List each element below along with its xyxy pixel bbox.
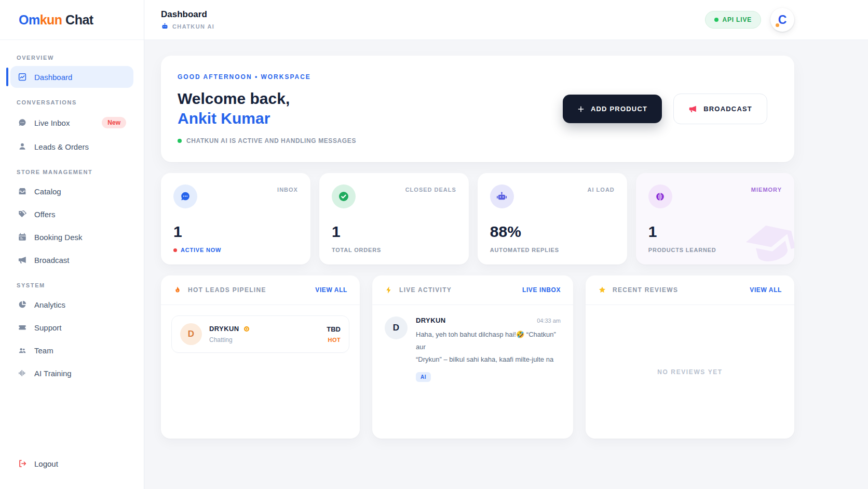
ai-active-status: CHATKUN AI IS ACTIVE AND HANDLING MESSAG…	[186, 137, 356, 144]
stat-card-closed-deals: CLOSED DEALS 1 TOTAL ORDERS	[319, 173, 469, 265]
sidebar-item-catalog[interactable]: Catalog	[10, 180, 133, 202]
tag-icon	[18, 209, 27, 219]
bot-icon	[161, 22, 169, 30]
stat-label: MIEMORY	[751, 187, 782, 193]
top-header: Dashboard CHATKUN AI API LIVE C	[144, 0, 868, 40]
sidebar-item-analytics[interactable]: Analytics	[10, 294, 133, 315]
sidebar-item-label: Team	[34, 346, 53, 355]
line-chart-icon	[18, 72, 27, 82]
sidebar-item-broadcast[interactable]: Broadcast	[10, 249, 133, 271]
message-avatar: D	[385, 316, 408, 339]
pie-chart-icon	[18, 300, 27, 309]
workspace-subtitle: CHATKUN AI	[172, 23, 214, 30]
page-title: Dashboard	[161, 9, 214, 20]
avatar[interactable]: C	[770, 8, 794, 32]
graduation-cap-icon	[737, 210, 794, 265]
page-heading: Dashboard CHATKUN AI	[161, 9, 214, 30]
stat-caption: ACTIVE NOW	[181, 247, 221, 253]
sidebar-item-label: Leads & Orders	[34, 142, 89, 151]
sidebar-item-support[interactable]: Support	[10, 316, 133, 338]
sidebar-item-label: Live Inbox	[34, 118, 70, 127]
active-dot	[173, 248, 177, 252]
waveform-icon	[18, 368, 27, 378]
chat-bubble-icon	[173, 184, 197, 208]
check-circle-icon	[332, 184, 356, 208]
view-all-link[interactable]: VIEW ALL	[750, 286, 782, 294]
welcome-text: GOOD AFTERNOON • WORKSPACE Welcome back,…	[178, 73, 356, 144]
add-product-button[interactable]: ADD PRODUCT	[563, 95, 662, 123]
star-icon	[598, 286, 606, 294]
sidebar-item-label: Offers	[34, 210, 56, 219]
sidebar-item-team[interactable]: Team	[10, 339, 133, 361]
welcome-actions: ADD PRODUCT BROADCAST	[563, 94, 767, 124]
stat-value: 1	[173, 223, 298, 241]
panel-title: HOT LEADS PIPELINE	[188, 286, 266, 294]
section-label-store-management: STORE MANAGEMENT	[17, 169, 127, 175]
coin-icon	[243, 326, 250, 332]
main-area: Dashboard CHATKUN AI API LIVE C GOOD AFT…	[144, 0, 868, 489]
stat-card-memory: MIEMORY 1 PRODUCTS LEARNED	[636, 173, 794, 265]
stat-caption: PRODUCTS LEARNED	[648, 247, 716, 253]
stat-value: 1	[332, 223, 456, 241]
sidebar-item-label: Analytics	[34, 300, 65, 309]
lead-name: DRYKUN	[209, 325, 239, 333]
sidebar-item-label: Broadcast	[34, 256, 70, 265]
section-label-system: SYSTEM	[17, 282, 127, 288]
brand-logo: Omkun Chat	[0, 0, 144, 40]
dashboard-content: GOOD AFTERNOON • WORKSPACE Welcome back,…	[144, 40, 868, 439]
status-dot	[714, 18, 718, 22]
hot-leads-panel: HOT LEADS PIPELINE VIEW ALL D DRYKUN	[161, 275, 360, 439]
sidebar-item-ai-training[interactable]: AI Training	[10, 362, 133, 384]
brain-icon	[648, 184, 672, 208]
logout-icon	[18, 459, 27, 468]
stat-card-ai-load: AI LOAD 88% AUTOMATED REPLIES	[478, 173, 627, 265]
sidebar-item-live-inbox[interactable]: Live Inbox New	[10, 111, 133, 135]
section-label-conversations: CONVERSATIONS	[17, 99, 127, 105]
sidebar-item-booking-desk[interactable]: Booking Desk	[10, 226, 133, 248]
message-time: 04:33 am	[537, 318, 561, 324]
live-inbox-link[interactable]: LIVE INBOX	[522, 286, 561, 294]
new-badge: New	[102, 117, 126, 128]
api-live-badge: API LIVE	[705, 11, 761, 29]
sidebar-nav: OVERVIEW Dashboard CONVERSATIONS Live In…	[0, 40, 144, 489]
empty-state-text: NO REVIEWS YET	[657, 368, 723, 376]
api-live-label: API LIVE	[723, 16, 752, 23]
stat-card-inbox: INBOX 1 ACTIVE NOW	[161, 173, 310, 265]
calendar-icon	[18, 232, 27, 242]
activity-message-row[interactable]: D DRYKUN 04:33 am Haha, yeh toh bahut di…	[372, 305, 573, 393]
lead-avatar: D	[180, 323, 202, 345]
lightning-bolt-icon	[385, 286, 393, 294]
welcome-greeting: Welcome back,	[178, 89, 356, 109]
logout-button[interactable]: Logout	[10, 453, 133, 474]
sidebar-item-dashboard[interactable]: Dashboard	[10, 66, 133, 88]
megaphone-icon	[18, 255, 27, 265]
lead-status: Chatting	[209, 336, 250, 343]
robot-icon	[490, 184, 514, 208]
plus-icon	[577, 105, 585, 113]
recent-reviews-panel: RECENT REVIEWS VIEW ALL NO REVIEWS YET	[586, 275, 794, 439]
add-product-label: ADD PRODUCT	[591, 105, 647, 113]
chat-bubble-icon	[18, 118, 27, 127]
section-label-overview: OVERVIEW	[17, 55, 127, 61]
sidebar-item-offers[interactable]: Offers	[10, 203, 133, 225]
stat-label: AI LOAD	[588, 187, 615, 193]
broadcast-label: BROADCAST	[703, 105, 752, 113]
lead-row[interactable]: D DRYKUN Chatting TBD HOT	[171, 315, 349, 353]
live-activity-panel: LIVE ACTIVITY LIVE INBOX D DRYKUN 04:33 …	[372, 275, 573, 439]
welcome-card: GOOD AFTERNOON • WORKSPACE Welcome back,…	[161, 56, 794, 162]
view-all-link[interactable]: VIEW ALL	[315, 286, 347, 294]
lead-tag: HOT	[327, 337, 341, 343]
message-text: Haha, yeh toh bahut dilchasp hai!🤣 “Chat…	[416, 328, 561, 366]
sidebar: Omkun Chat OVERVIEW Dashboard CONVERSATI…	[0, 0, 144, 489]
message-sender: DRYKUN	[416, 316, 446, 324]
sidebar-item-label: Catalog	[34, 187, 61, 196]
flame-icon	[173, 286, 182, 294]
person-icon	[18, 142, 27, 151]
sidebar-item-label: AI Training	[34, 369, 72, 378]
logout-label: Logout	[34, 459, 58, 468]
sidebar-item-leads-orders[interactable]: Leads & Orders	[10, 136, 133, 157]
stat-caption: TOTAL ORDERS	[332, 247, 381, 253]
users-icon	[18, 346, 27, 355]
broadcast-button[interactable]: BROADCAST	[673, 94, 767, 124]
lead-amount: TBD	[327, 325, 341, 333]
